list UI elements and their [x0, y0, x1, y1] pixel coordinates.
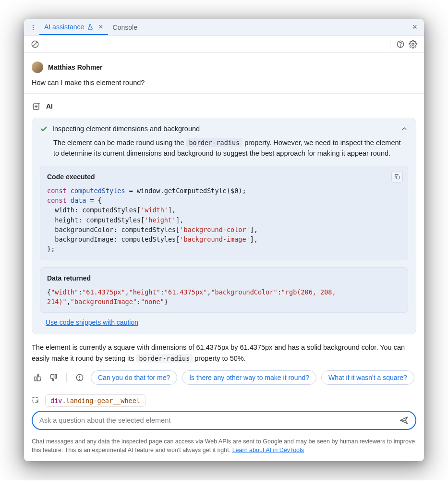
copy-code-button[interactable] [391, 171, 403, 183]
gear-icon [409, 40, 417, 49]
settings-button[interactable] [407, 38, 419, 50]
close-panel-button[interactable]: × [408, 20, 421, 34]
toolbar [24, 36, 424, 53]
ai-label: AI [46, 102, 53, 110]
suggestion-chips: Can you do that for me? Is there any oth… [91, 370, 416, 385]
caution-link-row: Use code snippets with caution [46, 318, 408, 326]
user-name: Matthias Rohmer [48, 63, 103, 71]
code-box-title: Data returned [47, 273, 401, 283]
thumbs-down-button[interactable] [47, 371, 60, 384]
kebab-icon [30, 24, 36, 31]
suggestion-chip[interactable]: Can you do that for me? [91, 370, 177, 385]
disclaimer-text: Chat messages and any data the inspected… [32, 438, 415, 453]
inspection-title: Inspecting element dimensions and backgr… [52, 125, 200, 133]
user-message-block: Matthias Rohmer How can I make this elem… [24, 58, 424, 94]
svg-line-4 [33, 42, 37, 46]
send-button[interactable] [399, 416, 409, 425]
svg-point-0 [33, 24, 34, 25]
copy-icon [394, 173, 400, 180]
sparkle-icon [32, 101, 41, 111]
svg-rect-9 [396, 176, 399, 179]
element-class: landing-gear__wheel [66, 397, 140, 404]
help-icon [396, 40, 405, 49]
help-button[interactable] [394, 38, 407, 50]
code-content: const computedStyles = window.getCompute… [47, 186, 401, 254]
inline-code: border-radius [136, 354, 193, 363]
tab-bar: AI assistance × Console × [24, 19, 424, 36]
alert-icon [75, 373, 84, 382]
chat-input[interactable] [39, 416, 394, 424]
chat-input-container [32, 411, 416, 430]
experiment-icon [87, 24, 94, 30]
tab-console[interactable]: Console [108, 19, 142, 35]
inline-code: border-radius [186, 138, 242, 147]
feedback-buttons [32, 371, 60, 384]
svg-point-1 [33, 26, 34, 27]
select-element-button[interactable] [32, 396, 40, 405]
selected-element-chip[interactable]: div.landing-gear__wheel [45, 394, 145, 407]
caution-link[interactable]: Use code snippets with caution [46, 318, 138, 326]
collapse-button[interactable] [400, 125, 408, 133]
suggestion-chip[interactable]: What if it wasn't a square? [321, 370, 414, 385]
thumbs-up-icon [34, 373, 42, 382]
ai-message-block: AI Inspecting element dimensions and bac… [24, 94, 424, 342]
suggestion-chip[interactable]: Is there any other way to make it round? [182, 370, 316, 385]
clear-button[interactable] [29, 38, 41, 50]
inspection-description: The element can be made round using the … [53, 137, 408, 159]
context-row: div.landing-gear__wheel [24, 392, 424, 411]
thumbs-down-icon [49, 373, 58, 382]
ai-summary: The element is currently a square with d… [24, 342, 424, 364]
tab-label: AI assistance [44, 23, 84, 31]
svg-point-12 [79, 379, 80, 380]
disclaimer: Chat messages and any data the inspected… [24, 433, 424, 461]
devtools-window: AI assistance × Console × Matthias R [24, 19, 424, 461]
tab-label: Console [113, 24, 137, 31]
send-icon [399, 416, 409, 425]
data-returned-box: Data returned {"width":"61.4375px","heig… [40, 267, 408, 313]
code-executed-box: Code executed const computedStyles = win… [40, 166, 408, 260]
data-content: {"width":"61.4375px","height":"61.4375px… [47, 287, 401, 307]
user-header: Matthias Rohmer [32, 61, 416, 73]
report-button[interactable] [73, 371, 86, 384]
svg-point-2 [33, 28, 34, 29]
inspection-panel: Inspecting element dimensions and backgr… [32, 118, 416, 334]
chevron-up-icon [400, 125, 408, 133]
check-icon [40, 125, 48, 133]
desc-text: The element can be made round using the [53, 139, 186, 147]
svg-point-7 [412, 43, 414, 45]
inspect-icon [32, 396, 40, 405]
actions-row: Can you do that for me? Is there any oth… [24, 364, 424, 392]
user-message-text: How can I make this element round? [32, 79, 416, 86]
avatar [32, 61, 43, 73]
code-box-title: Code executed [47, 172, 401, 182]
ai-header: AI [32, 101, 416, 111]
block-icon [31, 40, 39, 49]
element-dot: . [62, 397, 66, 404]
element-tag: div [50, 397, 62, 404]
learn-more-link[interactable]: Learn about AI in DevTools [232, 447, 304, 453]
input-row [24, 411, 424, 433]
summary-text: property to 50%. [193, 355, 245, 362]
chat-content: Matthias Rohmer How can I make this elem… [24, 53, 424, 461]
tab-ai-assistance[interactable]: AI assistance × [39, 19, 108, 35]
svg-point-6 [400, 46, 400, 46]
inspection-header[interactable]: Inspecting element dimensions and backgr… [40, 125, 408, 133]
thumbs-up-button[interactable] [32, 371, 44, 384]
more-menu-button[interactable] [27, 22, 39, 33]
close-tab-button[interactable]: × [98, 23, 103, 31]
